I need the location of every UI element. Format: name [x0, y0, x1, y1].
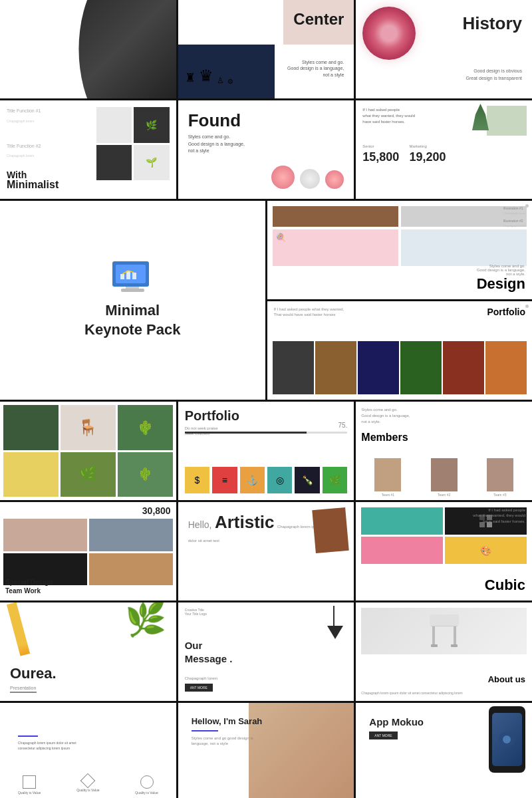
book-front: [313, 507, 349, 553]
svg-rect-12: [451, 644, 458, 647]
port-img-1: [273, 341, 314, 394]
appmokuo-phone: [489, 706, 525, 773]
row-6: 🌿 Ourea. Presentation Creative TitleYour…: [0, 602, 532, 701]
wwd-label-1: Quality is Value: [18, 791, 41, 795]
member-photo-2: [431, 458, 458, 491]
portfolio-sm-title: Portfolio: [487, 307, 525, 317]
wwd-label-3: Quality is Value: [135, 791, 158, 795]
phone-screen: [492, 713, 522, 766]
flower-decoration: [362, 7, 416, 60]
svg-rect-0: [120, 274, 124, 279]
design-title: Design: [477, 275, 525, 293]
member-2: Team #2: [418, 458, 471, 497]
ourea-line: [10, 692, 37, 693]
cell-ourea: 🌿 Ourea. Presentation: [0, 602, 176, 701]
found-objects: [271, 166, 344, 189]
stat-senior-value: 15,800: [362, 150, 399, 164]
port-img-5: [443, 341, 484, 394]
sarah-content: Hellow, I'm Sarah Styles come and go goo…: [185, 710, 348, 753]
min-grid-label-2: Title Function #2: [7, 144, 41, 148]
cell-members: Styles come and go.Good design is a lang…: [356, 402, 532, 500]
appmokuo-btn[interactable]: ANT MORE: [369, 732, 397, 739]
special-photo-4: [89, 553, 173, 586]
whatwedo-text: Chapagraph lorem ipsum dolor sit ametcon…: [10, 741, 166, 751]
keynote-icon: [112, 261, 152, 295]
portfolio-big-title: Portfolio: [185, 408, 348, 424]
cubic-cell-pink: [361, 537, 443, 564]
port-img-2: [315, 341, 356, 394]
member-photo-1: [374, 458, 401, 491]
svg-rect-2: [132, 273, 136, 279]
cell-appmokuo: App Mokuo ANT MORE: [356, 703, 532, 798]
monitor-base: [121, 289, 144, 292]
plant-chair: 🪑: [61, 405, 116, 450]
port-icon-bottle: 🍾: [295, 467, 319, 493]
row-7: What do We do Chapagraph lorem ipsum dol…: [0, 703, 532, 798]
members-text: Styles come and go.Good design is a lang…: [361, 407, 527, 425]
keynote-monitor: [112, 261, 149, 287]
illustration-labels: Illustration #1 Chapagraph lorem Illustr…: [503, 206, 525, 227]
chess-piece-1: ♜: [185, 70, 196, 85]
plant-leaf-1: [3, 452, 59, 497]
chair-svg: [418, 611, 471, 651]
cell-keynote: MinimalKeynote Pack: [0, 201, 265, 400]
center-title: Center: [293, 10, 344, 29]
cell-history: History Good design is obviousGreat desi…: [356, 0, 532, 98]
plant-cactus-1: [3, 405, 59, 450]
member-1: Team #1: [361, 458, 414, 497]
svg-rect-8: [430, 614, 459, 626]
wwd-icon-1: Quality is Value: [18, 775, 41, 795]
artistic-hello: Hello,: [188, 519, 212, 530]
message-dot: .: [229, 653, 232, 664]
plant-cactus-2: 🌵: [118, 405, 173, 450]
chess-piece-4: ⚙: [227, 78, 233, 85]
design-text: Styles come and go.Good design is a lang…: [477, 264, 525, 276]
chart-icon: [119, 267, 142, 281]
chess-piece-3: ♙: [217, 76, 224, 85]
wwd-label-2: Quality is Value: [76, 788, 99, 792]
whatwedo-title: What do We do: [10, 713, 166, 732]
chair-image: [361, 608, 527, 654]
port-img-3: [358, 341, 399, 394]
cell-portfolio-big: Portfolio Do not seek praiseSeek critici…: [178, 402, 354, 500]
cell-portfolio-sm: If I had asked people what they wanted,T…: [267, 301, 533, 400]
svg-rect-9: [432, 626, 435, 646]
cell-sarah: Hellow, I'm Sarah Styles come and go goo…: [178, 703, 354, 798]
cell-message: Creative TitleYour Title Logo OurMessage…: [178, 602, 354, 701]
corner-dot-2: [525, 305, 529, 308]
found-obj-pink: [271, 166, 295, 189]
svg-rect-11: [431, 644, 438, 647]
message-top-text: Creative TitleYour Title Logo: [185, 608, 207, 616]
cell-cubic: 🎨 If I had asked peoplewhat they wanted,…: [356, 502, 532, 600]
cell-whatwedo: What do We do Chapagraph lorem ipsum dol…: [0, 703, 176, 798]
ourea-pencil: [7, 602, 30, 656]
stat-row: Senior 15,800 Marketing 19,200: [362, 138, 525, 164]
portfolio-bar-fill: [185, 432, 307, 434]
cubic-cell-yellow: 🎨: [445, 537, 527, 564]
illus-sublabel-2: Chapagraph lorem: [503, 224, 525, 227]
special-count: 30,800: [142, 505, 171, 516]
cell-minimalist: 🌿 🌱 Title Function #1 Chapagraph lorem T…: [0, 100, 176, 199]
minimal-title: Minimal.: [10, 71, 68, 88]
chess-pieces: ♜ ♛ ♙ ⚙: [185, 66, 233, 85]
port-icon-grid: ≡: [212, 467, 237, 493]
row-3: MinimalKeynote Pack Illustration #1 Chap…: [0, 201, 532, 400]
whatwedo-line: [18, 735, 38, 737]
aboutus-text: Chapagraph lorem ipsum dolor sit amet co…: [361, 691, 527, 696]
portfolio-progress: 75.: [338, 422, 347, 429]
design-cell-3: 🍭: [273, 229, 398, 266]
stat-marketing: Marketing 19,200: [409, 138, 446, 164]
sarah-text: Styles come and go good design islanguag…: [192, 735, 341, 747]
stat-senior-label: Senior: [362, 144, 374, 148]
row-4: 🪑 🌵 🌿 🌵 Portfolio Do not seek praiseSeek…: [0, 402, 532, 500]
leaf-icon: 🌿: [146, 120, 157, 130]
cell-aboutus: About us Chapagraph lorem ipsum dolor si…: [356, 602, 532, 701]
message-btn[interactable]: ANT MORE: [185, 684, 213, 692]
message-text: Chapagraph lorem: [185, 676, 218, 681]
cell-center: Center ♜ ♛ ♙ ⚙ Styles come and go.Good d…: [178, 0, 354, 98]
woman-silhouette: [62, 0, 176, 98]
row-1: Minimal. Center ♜ ♛ ♙ ⚙ Styles come and …: [0, 0, 532, 98]
row-5: 30,800 Special DesignTeam Work Hello, Ar…: [0, 502, 532, 600]
min-grid-label-sub2: Chapagraph lorem: [7, 154, 34, 158]
design-grid: 🍭: [273, 206, 527, 266]
